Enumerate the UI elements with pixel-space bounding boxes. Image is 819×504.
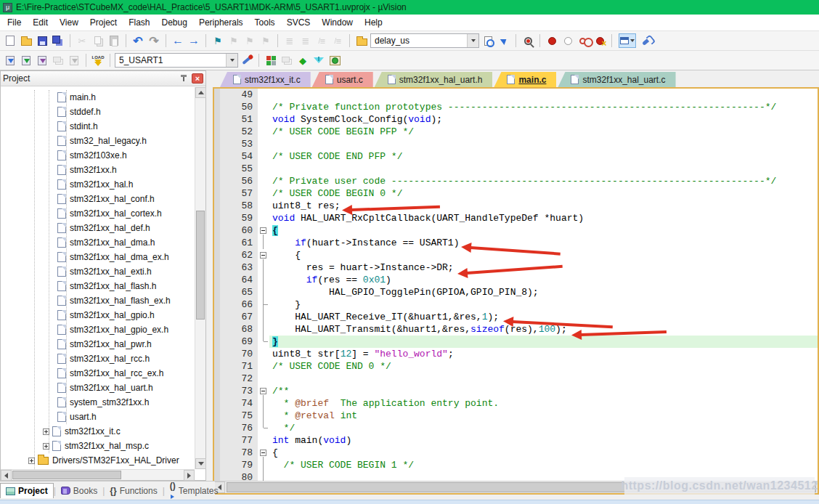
manage-rte-icon[interactable] bbox=[264, 53, 278, 68]
code-line-58[interactable]: 58uint8_t res; bbox=[220, 200, 818, 212]
navigate-forward-icon[interactable]: → bbox=[187, 33, 201, 48]
scroll-left-button[interactable] bbox=[1, 470, 12, 481]
unindent-icon[interactable]: ≣ bbox=[282, 33, 297, 48]
editor-tab-main.c[interactable]: main.c bbox=[494, 72, 556, 87]
scroll-up-button[interactable] bbox=[195, 87, 206, 98]
code-line-76[interactable]: 76 */ bbox=[220, 422, 818, 434]
code-line-55[interactable]: 55 bbox=[220, 163, 818, 175]
code-line-69[interactable]: 69} bbox=[220, 336, 818, 348]
code-line-54[interactable]: 54/* USER CODE END PFP */ bbox=[220, 150, 818, 163]
project-window-select-icon[interactable] bbox=[616, 33, 638, 48]
editor-tab-usart.c[interactable]: usart.c bbox=[312, 72, 373, 87]
code-line-61[interactable]: 61 if(huart->Instance == USART1) bbox=[220, 237, 818, 249]
bottom-tab-functions[interactable]: {}Functions bbox=[105, 484, 162, 498]
menu-peripherals[interactable]: Peripherals bbox=[193, 15, 249, 30]
code-line-74[interactable]: 74 * @brief The application entry point. bbox=[220, 397, 818, 410]
tree-item[interactable]: Drivers/STM32F1xx_HAL_Driver bbox=[1, 453, 195, 468]
tree-item[interactable]: stm32f1xx_hal_gpio.h bbox=[1, 308, 195, 322]
tree-item[interactable]: stm32f1xx_hal_rcc_ex.h bbox=[1, 366, 195, 381]
uncomment-icon[interactable]: /≣ bbox=[330, 33, 345, 48]
options-for-target-icon[interactable] bbox=[240, 53, 254, 68]
bookmark-clear-icon[interactable]: ⚑ bbox=[258, 33, 273, 48]
find-in-files-icon[interactable] bbox=[354, 33, 369, 48]
tree-item[interactable]: system_stm32f1xx.h bbox=[1, 395, 195, 410]
tree-item[interactable]: stm32f1xx_hal_rcc.h bbox=[1, 351, 195, 366]
fold-marker[interactable] bbox=[258, 224, 269, 237]
save-icon[interactable] bbox=[35, 33, 49, 48]
code-line-79[interactable]: 79 /* USER CODE BEGIN 1 */ bbox=[220, 459, 818, 471]
code-line-65[interactable]: 65 HAL_GPIO_TogglePin(GPIOA,GPIO_PIN_8); bbox=[220, 286, 818, 298]
find-page-icon[interactable] bbox=[481, 33, 495, 48]
target-combo[interactable]: 5_USART1 bbox=[115, 53, 238, 68]
tree-item[interactable]: stm32f1xx_it.c bbox=[1, 424, 195, 439]
navigate-back-icon[interactable]: ← bbox=[171, 33, 185, 48]
pack-installer-icon[interactable] bbox=[311, 53, 326, 68]
tree-hscroll-thumb[interactable] bbox=[12, 471, 121, 479]
tree-item[interactable]: stm32_hal_legacy.h bbox=[1, 134, 195, 148]
indent-icon[interactable]: ≣ bbox=[298, 33, 313, 48]
menu-tools[interactable]: Tools bbox=[249, 15, 281, 30]
search-combo[interactable]: delay_us bbox=[370, 33, 479, 48]
fold-marker[interactable] bbox=[258, 249, 269, 261]
target-combo-dropdown[interactable] bbox=[226, 54, 237, 67]
manage-books-icon[interactable] bbox=[327, 53, 342, 68]
kill-all-breakpoints-icon[interactable] bbox=[592, 33, 607, 48]
search-combo-dropdown[interactable] bbox=[467, 34, 478, 47]
expand-icon[interactable] bbox=[28, 458, 35, 464]
tree-item[interactable]: stm32f1xx_hal_flash_ex.h bbox=[1, 293, 195, 308]
code-line-60[interactable]: 60{ bbox=[220, 224, 818, 237]
bottom-tab-books[interactable]: Books bbox=[56, 484, 102, 498]
editor-tab-stm32f1xx_hal_uart.h[interactable]: stm32f1xx_hal_uart.h bbox=[375, 72, 493, 87]
menu-svcs[interactable]: SVCS bbox=[281, 15, 317, 30]
copy-icon[interactable] bbox=[91, 33, 105, 48]
tree-item[interactable]: stm32f1xx_hal_gpio_ex.h bbox=[1, 322, 195, 337]
bottom-tab-project[interactable]: Project bbox=[0, 483, 54, 498]
pin-icon[interactable] bbox=[180, 74, 187, 83]
scroll-down-button[interactable] bbox=[195, 458, 206, 469]
tree-item[interactable]: stm32f103xe.h bbox=[1, 148, 195, 163]
menu-view[interactable]: View bbox=[54, 15, 84, 30]
new-file-icon[interactable] bbox=[3, 33, 17, 48]
find-dialog-icon[interactable] bbox=[521, 33, 535, 48]
tree-item[interactable]: usart.h bbox=[1, 410, 195, 424]
editor-tab-stm32f1xx_it.c[interactable]: stm32f1xx_it.c bbox=[220, 72, 311, 87]
tree-item[interactable]: stddef.h bbox=[1, 105, 195, 119]
code-line-75[interactable]: 75 * @retval int bbox=[220, 410, 818, 422]
code-line-66[interactable]: 66 } bbox=[220, 298, 818, 311]
expand-icon[interactable] bbox=[43, 443, 49, 450]
undo-icon[interactable]: ↶ bbox=[131, 33, 145, 48]
tree-vertical-scrollbar[interactable] bbox=[195, 87, 205, 469]
tree-item[interactable]: stm32f1xx_hal_msp.c bbox=[1, 439, 195, 453]
tree-item[interactable]: stm32f1xx_hal_uart.h bbox=[1, 381, 195, 395]
incremental-find-icon[interactable] bbox=[497, 33, 511, 48]
code-line-70[interactable]: 70uint8_t str[12] = "hello_world"; bbox=[220, 348, 818, 360]
disable-all-breakpoints-icon[interactable] bbox=[576, 33, 591, 48]
tree-item[interactable]: stm32f1xx_hal_dma.h bbox=[1, 235, 195, 250]
download-icon[interactable]: LOAD bbox=[91, 53, 105, 68]
menu-window[interactable]: Window bbox=[316, 15, 359, 30]
menu-flash[interactable]: Flash bbox=[123, 15, 155, 30]
tree-item[interactable]: stm32f1xx.h bbox=[1, 163, 195, 177]
manage-project-items-icon[interactable] bbox=[280, 53, 294, 68]
bookmark-next-icon[interactable]: ⚑ bbox=[243, 33, 257, 48]
code-line-53[interactable]: 53 bbox=[220, 138, 818, 150]
tree-item[interactable]: stm32f1xx_hal_exti.h bbox=[1, 264, 195, 279]
tree-item[interactable]: stm32f1xx_hal_flash.h bbox=[1, 279, 195, 293]
code-line-67[interactable]: 67 HAL_UART_Receive_IT(&huart1,&res,1); bbox=[220, 311, 818, 323]
configure-icon[interactable] bbox=[640, 33, 654, 48]
code-line-62[interactable]: 62 { bbox=[220, 249, 818, 261]
code-line-57[interactable]: 57/* USER CODE BEGIN 0 */ bbox=[220, 187, 818, 200]
close-panel-button[interactable]: × bbox=[192, 73, 203, 84]
target-combo-value[interactable]: 5_USART1 bbox=[115, 55, 226, 65]
editor-tab-stm32f1xx_hal_uart.c[interactable]: stm32f1xx_hal_uart.c bbox=[558, 72, 675, 87]
tree-item[interactable]: stm32f1xx_hal.h bbox=[1, 177, 195, 192]
menu-help[interactable]: Help bbox=[359, 15, 388, 30]
code-line-63[interactable]: 63 res = huart->Instance->DR; bbox=[220, 261, 818, 274]
menu-debug[interactable]: Debug bbox=[156, 15, 193, 30]
tree-item[interactable]: stm32f1xx_hal_pwr.h bbox=[1, 337, 195, 351]
bookmark-prev-icon[interactable]: ⚑ bbox=[227, 33, 241, 48]
code-line-52[interactable]: 52/* USER CODE BEGIN PFP */ bbox=[220, 126, 818, 138]
translate-icon[interactable] bbox=[3, 53, 17, 68]
bookmark-toggle-icon[interactable]: ⚑ bbox=[211, 33, 225, 48]
code-line-71[interactable]: 71/* USER CODE END 0 */ bbox=[220, 360, 818, 373]
